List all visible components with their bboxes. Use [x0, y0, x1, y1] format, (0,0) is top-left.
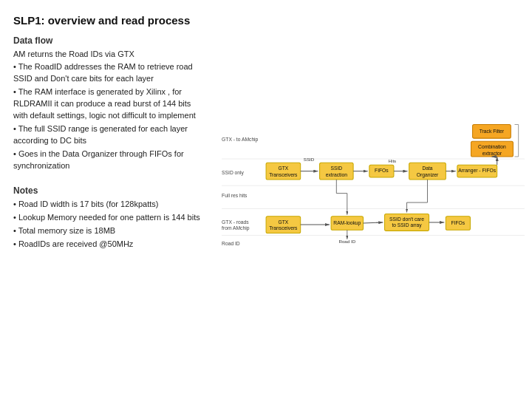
fifos1-label: FIFOs: [375, 168, 389, 173]
row-label-from-amchip: from AMchip: [222, 225, 250, 231]
ssid-arrow-label: SSID: [304, 157, 315, 162]
page-title: SLP1: overview and read process: [13, 13, 202, 28]
row-label-gtx-roads: GTX - roads: [222, 219, 249, 225]
data-flow-label: Data flow: [13, 35, 202, 46]
note-3: • Total memory size is 18MB: [13, 225, 202, 237]
note-2: • Lookup Memory needed for one pattern i…: [13, 212, 202, 224]
arrow-ram-ssid: [364, 222, 383, 223]
bullet-5: • Goes in the Data Organizer through FIF…: [13, 149, 202, 172]
right-panel: GTX - to AMchip SSID only Full res hits …: [214, 0, 532, 399]
gtx-trans-label-2: Transceivers: [269, 172, 298, 177]
note-1: • Road ID width is 17 bits (for 128kpatt…: [13, 199, 202, 211]
data-org-label-1: Data: [422, 166, 432, 171]
fifos2-label: FIFOs: [451, 220, 466, 225]
note-4: • RoadIDs are received @50MHz: [13, 239, 202, 250]
ssid-dontcare-label-2: to SSID array: [392, 222, 422, 228]
notes-section: Notes • Road ID width is 17 bits (for 12…: [13, 185, 202, 250]
row-label-gtx-to-am: GTX - to AMchip: [222, 137, 259, 143]
bullet-4: • The full SSID range is generated for e…: [13, 123, 202, 147]
comb-ext-label-2: extractor: [482, 151, 502, 156]
bullet-2: • The RoadID addresses the RAM to retrie…: [13, 61, 202, 85]
left-panel: SLP1: overview and read process Data flo…: [0, 0, 214, 399]
notes-label: Notes: [13, 185, 202, 196]
row-label-road-id: Road ID: [222, 241, 240, 246]
gtx-trans-label2-1: GTX: [278, 219, 288, 225]
row-label-ssid-only: SSID only: [222, 170, 245, 176]
track-filter-label: Track Filter: [480, 129, 505, 134]
bullet-3: • The RAM interface is generated by Xili…: [13, 86, 202, 122]
comb-ext-label-1: Combination: [478, 144, 506, 149]
gtx-trans-label-1: GTX: [278, 166, 288, 171]
hits-label: Hits: [389, 158, 397, 163]
ssid-ext-label-1: SSID: [330, 166, 342, 171]
diagram-svg: GTX - to AMchip SSID only Full res hits …: [220, 9, 526, 393]
data-org-label-2: Organizer: [417, 172, 439, 178]
ssid-ext-label-2: extraction: [326, 172, 347, 177]
ram-lookup-label: RAM-lookup: [333, 220, 361, 226]
row-label-full-res: Full res hits: [222, 193, 248, 198]
ssid-dontcare-label-1: SSID don't care: [389, 216, 424, 222]
road-id-label: Road ID: [338, 239, 355, 244]
gtx-trans-label2-2: Transceivers: [269, 225, 298, 231]
bullet-1: AM returns the Road IDs via GTX: [13, 49, 202, 61]
arranger-label: Arranger - FIFOs: [458, 168, 496, 174]
